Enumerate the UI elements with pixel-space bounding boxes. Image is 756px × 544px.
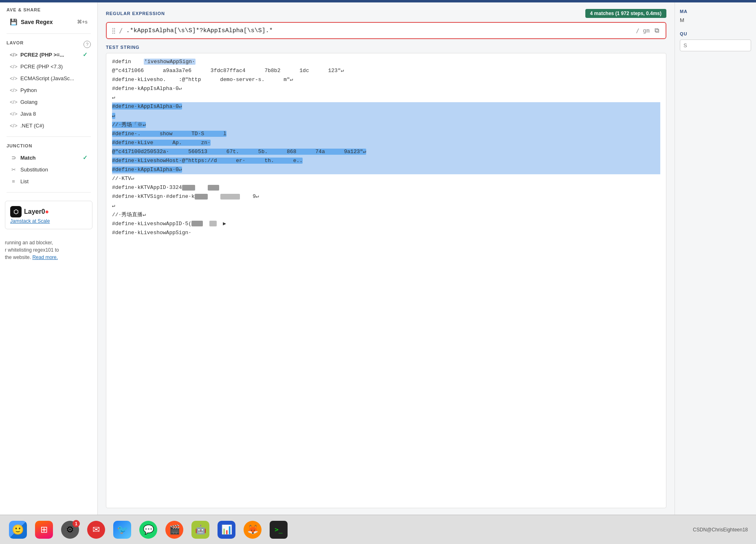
taskbar-app-bars[interactable]: 📊: [217, 520, 236, 540]
regex-flags: / gm: [636, 27, 650, 34]
match-right-title: MA: [680, 9, 751, 14]
divider-1: [7, 33, 91, 34]
sidebar-item-golang[interactable]: </> Golang: [7, 96, 91, 108]
test-line: #define·kKTVAppID·3324: [112, 183, 660, 192]
layer0-icon: ⬡: [10, 206, 22, 217]
taskbar-terminal[interactable]: >_: [269, 520, 288, 540]
match-check: ✓: [83, 154, 88, 161]
floppy-icon: 💾: [10, 18, 18, 26]
taskbar-app-blue[interactable]: 🐦: [112, 520, 132, 540]
sidebar-item-pcre[interactable]: </> PCRE (PHP <7.3): [7, 61, 91, 72]
sidebar-item-ecma[interactable]: </> ECMAScript (JavaSc...: [7, 72, 91, 84]
sidebar-item-substitution[interactable]: ✂ Substitution: [7, 164, 91, 175]
java8-label: Java 8: [20, 111, 36, 117]
taskbar: 🙂 ⊞ ⚙ 1 ✉ 🐦: [0, 515, 756, 544]
sidebar-item-pcre2[interactable]: </> PCRE2 (PHP >=... ✓: [7, 48, 91, 61]
code-icon-7: </>: [10, 123, 17, 129]
save-share-title: AVE & SHARE: [7, 7, 91, 12]
regex-header: REGULAR EXPRESSION 4 matches (1 972 step…: [106, 9, 666, 18]
regex-input[interactable]: [126, 27, 633, 34]
match-right-item: M: [680, 17, 751, 23]
pcre-label: PCRE (PHP <7.3): [20, 64, 63, 70]
test-line: //·KTV↵: [112, 174, 660, 183]
regex-input-container[interactable]: ⣿ / / gm ⧉: [106, 22, 666, 39]
match-icon: ⊃: [10, 155, 17, 161]
flavor-help-icon[interactable]: ?: [84, 41, 91, 48]
substitution-label: Substitution: [20, 167, 48, 173]
list-label: List: [20, 178, 29, 184]
sidebar-item-python[interactable]: </> Python: [7, 84, 91, 96]
sidebar-item-java8[interactable]: </> Java 8: [7, 108, 91, 120]
right-panel: MA M QU: [675, 2, 756, 515]
list-icon: ≡: [10, 178, 17, 184]
sidebar: AVE & SHARE 💾 Save Regex ⌘+s LAVOR ? </>…: [0, 2, 98, 515]
code-icon-4: </>: [10, 87, 17, 93]
copy-regex-button[interactable]: ⧉: [653, 26, 661, 35]
test-line: ↵: [112, 93, 660, 102]
layer0-subtitle[interactable]: Jamstack at Scale: [10, 218, 87, 224]
test-line: #define·kKTVSign·#define·k 9↵: [112, 192, 660, 201]
test-line: #define·kLiveshowAppSign·: [112, 228, 660, 237]
sidebar-item-dotnet[interactable]: </> .NET (C#): [7, 120, 91, 132]
layer0-name: Layer0●: [24, 208, 49, 215]
layer0-logo: ⬡ Layer0●: [10, 206, 87, 217]
quick-ref-title: QU: [680, 31, 751, 36]
test-line-highlighted: #define·kLiveshowHost·@"https://d er· th…: [112, 156, 660, 165]
match-badge: 4 matches (1 972 steps, 0.4ms): [585, 9, 666, 18]
match-right-section: MA M: [680, 9, 751, 25]
pcre2-check: ✓: [83, 51, 88, 58]
test-string-area[interactable]: #defin 'iveshowAppSign· @"c4171066 a9aa3…: [106, 53, 666, 508]
python-label: Python: [20, 87, 37, 93]
test-line-highlighted: #define·kLive Ap. zn·: [112, 138, 660, 147]
code-icon-5: </>: [10, 99, 17, 105]
save-regex-button[interactable]: 💾 Save Regex ⌘+s: [7, 15, 91, 29]
regex-section-title: REGULAR EXPRESSION: [106, 11, 165, 16]
taskbar-badge: 1: [73, 520, 80, 527]
test-string-title: TEST STRING: [106, 45, 666, 50]
ecma-label: ECMAScript (JavaSc...: [20, 75, 74, 81]
test-line-highlighted: ↵: [112, 112, 660, 121]
function-title: JUNCTION: [7, 143, 91, 148]
main-content: REGULAR EXPRESSION 4 matches (1 972 step…: [98, 2, 675, 515]
taskbar-app-green[interactable]: 💬: [138, 520, 158, 540]
save-regex-label: Save Regex: [21, 19, 53, 25]
test-line-highlighted: #define·kAppIsAlpha·0↵: [112, 102, 660, 111]
substitution-icon: ✂: [10, 167, 17, 173]
taskbar-android[interactable]: 🤖: [191, 520, 210, 540]
quick-ref-input[interactable]: [680, 39, 751, 51]
taskbar-app-red[interactable]: 🎬: [165, 520, 184, 540]
function-section: JUNCTION ⊃ Match ✓ ✂ Substitution ≡ List: [0, 138, 97, 191]
taskbar-mail[interactable]: ✉: [86, 520, 106, 540]
drag-handle-icon: ⣿: [112, 27, 116, 34]
taskbar-left: 🙂 ⊞ ⚙ 1 ✉ 🐦: [8, 520, 288, 540]
layer0-ad: ⬡ Layer0● Jamstack at Scale: [5, 201, 92, 229]
pcre2-label: PCRE2 (PHP >=...: [20, 52, 64, 58]
quick-ref-section: QU: [680, 31, 751, 51]
taskbar-app-clock[interactable]: ⚙ 1: [60, 520, 80, 540]
taskbar-app-orange[interactable]: 🦊: [243, 520, 262, 540]
test-line-highlighted: #define·kAppIsAlpha·0↵: [112, 165, 660, 174]
match-label: Match: [20, 155, 36, 161]
test-line: #defin 'iveshowAppSign·: [112, 57, 660, 66]
test-line: @"c4171066 a9aa3a7e6 3fdc87ffac4 7b8b2 1…: [112, 66, 660, 75]
test-line: #define·kLivesho. :@"http demo-server-s.…: [112, 75, 660, 84]
code-icon-6: </>: [10, 111, 17, 117]
taskbar-right-text: CSDN@ChrisEighteen18: [693, 527, 748, 533]
sidebar-item-match[interactable]: ⊃ Match ✓: [7, 151, 91, 164]
main-layout: AVE & SHARE 💾 Save Regex ⌘+s LAVOR ? </>…: [0, 2, 756, 515]
taskbar-finder[interactable]: 🙂: [8, 520, 28, 540]
divider-2: [7, 136, 91, 137]
ad-warning: running an ad blocker, r whitelisting re…: [5, 239, 92, 261]
taskbar-launchpad[interactable]: ⊞: [34, 520, 54, 540]
regex-open-slash: /: [119, 27, 123, 35]
test-line-highlighted: @"c417100d250532a· 560513 67t. 5b. 868 7…: [112, 147, 660, 156]
test-line: #define·kAppIsAlpha·0↵: [112, 84, 660, 93]
test-line-highlighted: #define·. show TD·S l: [112, 129, 660, 138]
test-line: #define·kLiveshowAppID·5( ▶: [112, 219, 660, 228]
read-more-link[interactable]: Read more.: [32, 254, 58, 260]
test-line: ↵: [112, 202, 660, 211]
flavor-section: LAVOR ? </> PCRE2 (PHP >=... ✓ </> PCRE …: [0, 35, 97, 135]
sidebar-item-list[interactable]: ≡ List: [7, 175, 91, 187]
save-shortcut: ⌘+s: [77, 19, 88, 25]
test-line-highlighted: //·秀场「※↵: [112, 121, 660, 129]
